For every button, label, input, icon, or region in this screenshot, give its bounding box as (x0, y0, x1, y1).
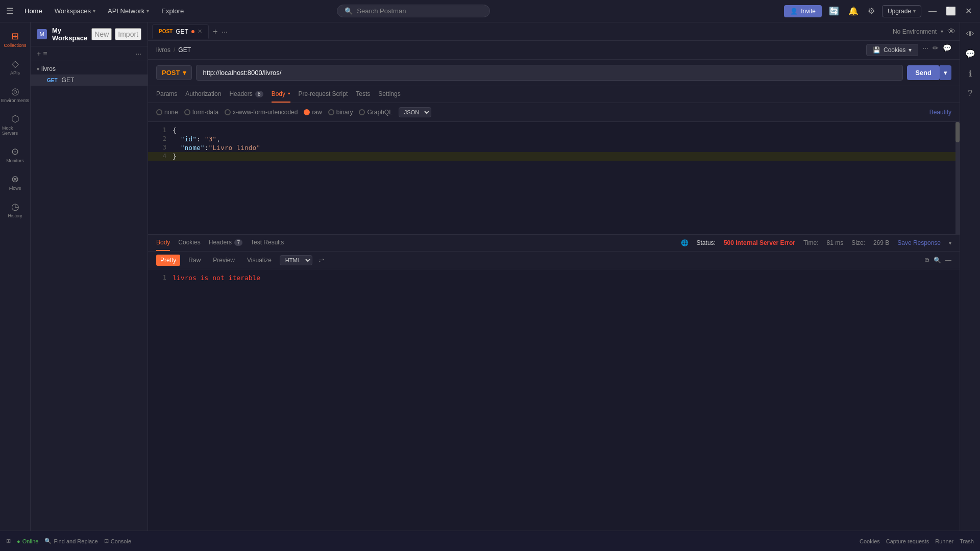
sort-icon[interactable]: ≡ (43, 49, 47, 58)
resp-body-tab-pretty[interactable]: Pretty (156, 255, 180, 266)
new-button[interactable]: New (91, 28, 112, 40)
sidebar-item-history[interactable]: ◷ History (0, 197, 30, 222)
more-tabs-icon[interactable]: ··· (222, 28, 228, 36)
nav-workspaces[interactable]: Workspaces ▾ (50, 5, 101, 17)
add-tab-icon[interactable]: + (213, 27, 217, 36)
editor-line-1: 1 { (148, 126, 960, 135)
code-editor[interactable]: 1 { 2 "id": "3", 3 "nome":"Livro lindo" … (148, 122, 960, 234)
hamburger-menu[interactable]: ☰ (6, 6, 13, 16)
find-replace-button[interactable]: 🔍 Find and Replace (44, 538, 97, 544)
settings-icon[interactable]: ⚙ (866, 4, 877, 18)
window-maximize-icon[interactable]: ⬜ (944, 4, 958, 18)
save-response-button[interactable]: Save Response (897, 239, 941, 246)
option-binary[interactable]: binary (328, 109, 353, 116)
option-form-data[interactable]: form-data (184, 109, 218, 116)
right-icon-chat[interactable]: 💬 (962, 46, 978, 62)
right-icon-eye[interactable]: 👁 (963, 27, 977, 42)
comment-icon[interactable]: 💬 (943, 44, 951, 56)
console-button[interactable]: ⊡ Console (104, 538, 131, 544)
mock-servers-icon: ⬡ (11, 113, 19, 124)
upgrade-button[interactable]: Upgrade ▾ (882, 5, 921, 17)
main-content: POST GET ✕ + ··· No Environment ▾ 👁 livr… (148, 22, 960, 531)
send-dropdown[interactable]: ▾ (940, 65, 951, 80)
save-button[interactable]: 💾 Cookies ▾ (866, 44, 918, 56)
line-content-2: "id": "3", (173, 135, 220, 143)
request-get[interactable]: GET GET (31, 74, 148, 86)
tab-close-icon[interactable]: ✕ (198, 28, 202, 35)
resp-body-tab-visualize[interactable]: Visualize (243, 255, 276, 266)
edit-icon[interactable]: ✏ (933, 44, 939, 56)
capture-requests-button[interactable]: Capture requests (886, 538, 929, 544)
request-bar: POST ▾ Send ▾ (148, 60, 960, 86)
send-button[interactable]: Send (907, 65, 940, 80)
line-number-4: 4 (152, 153, 166, 160)
environment-icon[interactable]: 👁 (947, 27, 955, 36)
sidebar-item-monitors[interactable]: ⊙ Monitors (0, 142, 30, 167)
nav-explore[interactable]: Explore (156, 5, 189, 17)
resp-tab-headers[interactable]: Headers 7 (209, 235, 242, 251)
invite-button[interactable]: 👤 Invite (784, 5, 822, 17)
right-icon-info[interactable]: ℹ (966, 66, 975, 82)
search-resp-icon[interactable]: 🔍 (934, 257, 941, 264)
right-icon-help[interactable]: ? (965, 86, 975, 101)
resp-line-number-1: 1 (152, 274, 166, 281)
editor-scrollbar[interactable] (955, 122, 960, 234)
resp-tab-cookies[interactable]: Cookies (178, 235, 200, 251)
more-options-icon[interactable]: ··· (135, 49, 141, 58)
option-graphql[interactable]: GraphQL (359, 109, 392, 116)
collection-livros[interactable]: ▾ livros (31, 63, 148, 74)
nav-api-network[interactable]: API Network ▾ (103, 5, 154, 17)
option-raw[interactable]: raw (304, 109, 322, 116)
json-val-id: "3" (205, 135, 216, 143)
trash-button[interactable]: Trash (960, 538, 974, 544)
sync-icon[interactable]: 🔄 (827, 4, 841, 18)
json-format-select[interactable]: JSON (399, 107, 431, 117)
window-minimize-icon[interactable]: — (926, 5, 939, 18)
nav-home[interactable]: Home (19, 5, 47, 17)
tab-label: GET (176, 28, 188, 35)
window-close-icon[interactable]: ✕ (963, 4, 974, 18)
layout-icon[interactable]: ⊞ (6, 538, 11, 544)
beautify-button[interactable]: Beautify (929, 109, 951, 116)
method-select[interactable]: POST ▾ (156, 65, 192, 80)
tab-settings[interactable]: Settings (378, 86, 400, 103)
wrap-icon[interactable]: ⇌ (318, 256, 325, 264)
import-button[interactable]: Import (115, 28, 141, 40)
radio-form-data (184, 109, 190, 115)
breadcrumb-parent[interactable]: livros (156, 46, 170, 54)
resp-tab-test-results[interactable]: Test Results (251, 235, 284, 251)
tab-params[interactable]: Params (156, 86, 177, 103)
resp-body-tab-preview[interactable]: Preview (209, 255, 239, 266)
notification-icon[interactable]: 🔔 (846, 4, 861, 18)
json-key-nome: "nome" (181, 144, 205, 152)
tab-body[interactable]: Body • (272, 86, 290, 103)
tab-headers[interactable]: Headers 8 (229, 86, 263, 103)
sidebar-item-mock-servers[interactable]: ⬡ Mock Servers (0, 109, 30, 140)
sidebar-item-flows[interactable]: ⊗ Flows (0, 169, 30, 195)
sidebar-item-environments[interactable]: ◎ Environments (0, 82, 30, 107)
add-collection-icon[interactable]: + (37, 49, 41, 58)
runner-button[interactable]: Runner (935, 538, 953, 544)
response-tabs-bar: Body Cookies Headers 7 Test Results 🌐 St… (148, 235, 960, 252)
copy-icon[interactable]: ⧉ (925, 257, 929, 264)
option-none[interactable]: none (156, 109, 178, 116)
response-format-select[interactable]: HTML (280, 255, 312, 265)
resp-body-tab-raw[interactable]: Raw (184, 255, 205, 266)
radio-graphql (359, 109, 365, 115)
tab-pre-request-script[interactable]: Pre-request Script (299, 86, 348, 103)
resp-tab-body[interactable]: Body (156, 235, 170, 251)
url-input[interactable] (196, 65, 903, 81)
sidebar: ⊞ Collections ◇ APIs ◎ Environments ⬡ Mo… (0, 22, 31, 531)
tab-tests[interactable]: Tests (356, 86, 370, 103)
monitors-icon: ⊙ (11, 146, 19, 157)
sidebar-item-collections[interactable]: ⊞ Collections (0, 27, 30, 52)
search-bar[interactable]: 🔍 Search Postman (337, 5, 490, 17)
cookies-button[interactable]: Cookies (860, 538, 880, 544)
minus-icon[interactable]: — (945, 257, 951, 264)
tab-get[interactable]: POST GET ✕ (152, 24, 209, 39)
more-actions-icon[interactable]: ··· (922, 44, 928, 56)
sidebar-item-apis[interactable]: ◇ APIs (0, 54, 30, 80)
tab-authorization[interactable]: Authorization (185, 86, 221, 103)
option-urlencoded[interactable]: x-www-form-urlencoded (225, 109, 298, 116)
resp-icons: ⧉ 🔍 — (925, 257, 951, 264)
